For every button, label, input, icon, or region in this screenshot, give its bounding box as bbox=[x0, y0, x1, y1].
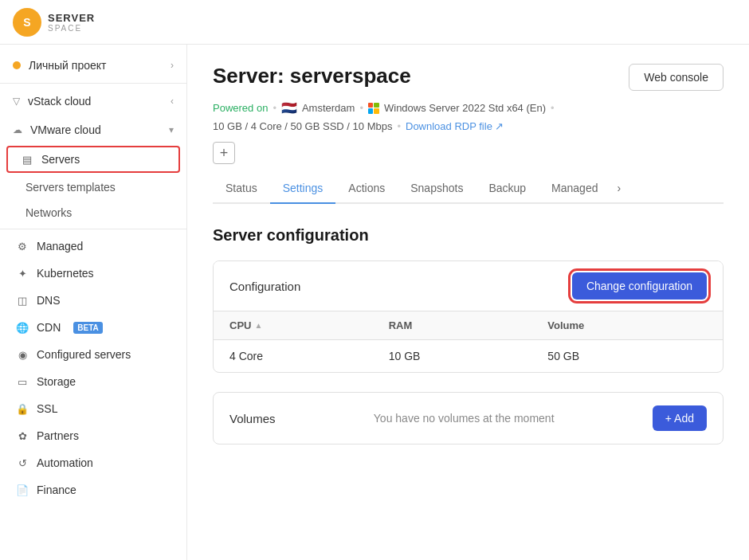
logo-text: SERVER SPACE bbox=[48, 12, 95, 33]
sidebar-item-servers[interactable]: ▤ Servers bbox=[6, 146, 180, 173]
tab-snapshots[interactable]: Snapshots bbox=[398, 174, 476, 204]
col-volume: Volume bbox=[547, 319, 707, 331]
volumes-section: Volumes You have no volumes at the momen… bbox=[213, 392, 724, 444]
windows-flag-icon bbox=[368, 103, 379, 114]
separator: • bbox=[273, 102, 276, 114]
page-header: Server: serverspace Web console bbox=[213, 64, 724, 91]
chevron-right-icon: › bbox=[171, 60, 174, 71]
main-layout: Личный проект › ▽ vStack cloud ‹ ☁ VMwar… bbox=[0, 45, 749, 560]
volumes-empty-text: You have no volumes at the moment bbox=[374, 412, 555, 425]
tab-more-icon[interactable]: › bbox=[610, 174, 627, 202]
sidebar-item-dns[interactable]: ◫ DNS bbox=[0, 287, 186, 314]
sidebar-item-configured-servers[interactable]: ◉ Configured servers bbox=[0, 341, 186, 368]
cell-volume: 50 GB bbox=[547, 350, 707, 362]
kubernetes-icon: ✦ bbox=[16, 268, 29, 280]
volumes-label: Volumes bbox=[229, 412, 276, 425]
sidebar-item-ssl[interactable]: 🔒 SSL bbox=[0, 395, 186, 422]
divider bbox=[0, 83, 186, 84]
vstack-icon: ▽ bbox=[13, 96, 20, 107]
sidebar-item-kubernetes[interactable]: ✦ Kubernetes bbox=[0, 260, 186, 287]
tab-backup[interactable]: Backup bbox=[476, 174, 539, 204]
download-rdp-link[interactable]: Download RDP file ↗ bbox=[406, 120, 504, 132]
cdn-icon: 🌐 bbox=[16, 322, 29, 334]
separator: • bbox=[397, 120, 401, 132]
sidebar-personal-project[interactable]: Личный проект › bbox=[0, 51, 186, 80]
section-title: Server configuration bbox=[213, 226, 724, 245]
location: Amsterdam bbox=[302, 102, 355, 114]
sidebar-item-networks[interactable]: Networks bbox=[0, 200, 186, 225]
page-title: Server: serverspace bbox=[213, 64, 411, 88]
separator: • bbox=[359, 102, 363, 114]
tab-actions[interactable]: Actions bbox=[335, 174, 398, 204]
server-icon: ▤ bbox=[21, 154, 33, 166]
flag-icon: 🇳🇱 bbox=[281, 100, 297, 116]
tab-settings[interactable]: Settings bbox=[270, 174, 336, 204]
configured-icon: ◉ bbox=[16, 349, 29, 361]
table-row: 4 Core 10 GB 50 GB bbox=[214, 340, 723, 372]
top-bar: S SERVER SPACE bbox=[0, 0, 749, 45]
separator: • bbox=[551, 102, 555, 114]
sidebar-item-storage[interactable]: ▭ Storage bbox=[0, 368, 186, 395]
change-configuration-button[interactable]: Change configuration bbox=[572, 272, 707, 300]
config-label: Configuration bbox=[229, 280, 300, 293]
tabs-bar: Status Settings Actions Snapshots Backup… bbox=[213, 174, 724, 204]
sidebar-vstack-cloud[interactable]: ▽ vStack cloud ‹ bbox=[0, 87, 186, 116]
sidebar-item-finance[interactable]: 📄 Finance bbox=[0, 476, 186, 503]
ssl-icon: 🔒 bbox=[16, 403, 29, 415]
logo-icon: S bbox=[13, 8, 41, 37]
dns-icon: ◫ bbox=[16, 295, 29, 307]
sidebar-item-automation[interactable]: ↺ Automation bbox=[0, 449, 186, 476]
finance-icon: 📄 bbox=[16, 484, 29, 496]
sidebar-item-servers-templates[interactable]: Servers templates bbox=[0, 174, 186, 200]
automation-icon: ↺ bbox=[16, 457, 29, 469]
sidebar-item-partners[interactable]: ✿ Partners bbox=[0, 422, 186, 449]
sidebar-item-managed[interactable]: ⚙ Managed bbox=[0, 233, 186, 260]
add-circle-button[interactable]: + bbox=[213, 142, 235, 164]
partners-icon: ✿ bbox=[16, 430, 29, 442]
table-column-headers: CPU ▲ RAM Volume bbox=[214, 311, 723, 340]
cell-cpu: 4 Core bbox=[229, 350, 389, 362]
powered-on-status: Powered on bbox=[213, 102, 268, 114]
chevron-down-icon: ▾ bbox=[169, 124, 174, 135]
vmware-icon: ☁ bbox=[13, 124, 22, 135]
managed-icon: ⚙ bbox=[16, 241, 29, 253]
dot-icon bbox=[13, 61, 21, 69]
os-info: Windows Server 2022 Std x64 (En) bbox=[384, 102, 546, 114]
sidebar-item-cdn[interactable]: 🌐 CDN BETA bbox=[0, 314, 186, 341]
config-table: Configuration Change configuration CPU ▲… bbox=[213, 260, 724, 373]
sidebar-vmware-cloud[interactable]: ☁ VMware cloud ▾ bbox=[0, 116, 186, 144]
tab-managed[interactable]: Managed bbox=[539, 174, 610, 204]
sort-arrow-icon: ▲ bbox=[254, 321, 262, 330]
storage-icon: ▭ bbox=[16, 376, 29, 388]
specs: 10 GB / 4 Core / 50 GB SSD / 10 Mbps bbox=[213, 120, 392, 132]
col-cpu: CPU ▲ bbox=[229, 319, 389, 331]
tab-status[interactable]: Status bbox=[213, 174, 270, 204]
beta-badge: BETA bbox=[73, 322, 102, 334]
cell-ram: 10 GB bbox=[389, 350, 548, 362]
sidebar: Личный проект › ▽ vStack cloud ‹ ☁ VMwar… bbox=[0, 45, 187, 560]
chevron-right-icon: ‹ bbox=[171, 96, 174, 107]
add-volume-button[interactable]: + Add bbox=[653, 405, 707, 431]
logo[interactable]: S SERVER SPACE bbox=[13, 8, 95, 37]
web-console-button[interactable]: Web console bbox=[629, 64, 724, 91]
content-area: Server: serverspace Web console Powered … bbox=[187, 45, 749, 560]
server-meta: Powered on • 🇳🇱 Amsterdam • Windows Serv… bbox=[213, 100, 724, 132]
divider bbox=[0, 229, 186, 229]
col-ram: RAM bbox=[389, 319, 548, 331]
config-header-row: Configuration Change configuration bbox=[214, 261, 723, 311]
